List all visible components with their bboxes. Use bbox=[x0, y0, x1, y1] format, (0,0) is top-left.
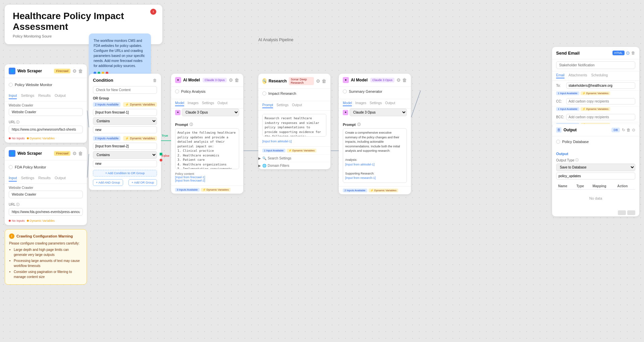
email-delete-icon[interactable]: 🗑 bbox=[631, 51, 635, 55]
research-inputs-badge: 1 Input Available bbox=[262, 149, 285, 152]
ai-model2-model-select[interactable]: Claude 3 Opus bbox=[350, 109, 407, 116]
ai-model1-actions[interactable]: ⚙ 🗑 bbox=[229, 77, 239, 83]
research-tab-output[interactable]: Output bbox=[292, 103, 302, 108]
scraper2-tab-output[interactable]: Output bbox=[55, 176, 66, 182]
output-no-data: No data bbox=[556, 190, 635, 207]
warning-item-2: Processing large amounts of text may cau… bbox=[14, 258, 83, 268]
ai-model2-radio-label: Summary Generator bbox=[349, 89, 382, 93]
output-toggle-icon[interactable]: ⊙ bbox=[632, 128, 635, 132]
ai-model1-delete-icon[interactable]: 🗑 bbox=[234, 77, 239, 83]
ai-model2-tab-images[interactable]: Images bbox=[355, 101, 366, 106]
ai-model2-tab-settings[interactable]: Settings bbox=[370, 101, 382, 106]
scraper2-url-label: URL ⓘ bbox=[9, 202, 83, 207]
condition-delete-icon[interactable]: 🗑 bbox=[153, 78, 157, 83]
research-tab-prompt[interactable]: Prompt bbox=[262, 103, 273, 108]
scraper2-delete-icon[interactable]: 🗑 bbox=[78, 151, 83, 156]
scraper1-crawler-select[interactable]: Website Crawler bbox=[9, 108, 83, 116]
condition-panel: Condition 🗑 Check for New Content OR Gro… bbox=[89, 74, 161, 190]
ai-model2-inputs-row: 2 Inputs Available ⚡ Dynamic Variables bbox=[339, 186, 411, 194]
ai-model1-settings-icon[interactable]: ⚙ bbox=[229, 77, 233, 83]
scraper1-settings-icon[interactable]: ⚙ bbox=[72, 68, 77, 74]
condition-group1-text[interactable] bbox=[93, 126, 157, 133]
output-scroll-controls[interactable] bbox=[552, 209, 639, 216]
email-toggle[interactable]: ⊙ bbox=[626, 50, 630, 56]
scraper2-tab-input[interactable]: Input bbox=[9, 176, 17, 182]
ai-model1-model-select[interactable]: Claude 3 Opus bbox=[182, 109, 239, 116]
email-tab-email[interactable]: Email bbox=[556, 73, 565, 78]
email-tab-scheduling[interactable]: Scheduling bbox=[591, 73, 608, 78]
pipeline-label: AI Analysis Pipeline bbox=[258, 38, 293, 42]
email-to-available-badge: 1 Input Available bbox=[556, 91, 579, 95]
research-domain-filters[interactable]: ▶ 🌐 Domain Filters bbox=[258, 162, 330, 169]
scraper1-tab-settings[interactable]: Settings bbox=[21, 93, 34, 99]
condition-title: Condition bbox=[93, 78, 113, 83]
condition-group1-select[interactable]: Contains bbox=[93, 117, 157, 125]
ai-model1-header: ✦ AI Model Claude 3 Opus ⚙ 🗑 bbox=[171, 74, 243, 87]
scraper1-tab-input[interactable]: Input bbox=[9, 93, 17, 99]
add-and-btn[interactable]: + Add AND Group bbox=[93, 179, 123, 186]
scraper2-actions[interactable]: ⚙ 🗑 bbox=[72, 151, 83, 156]
output-header: 🗄 Output DB ↻ 🗑 ⊙ bbox=[552, 124, 639, 136]
ai-model2-ai-icon: ✦ bbox=[343, 110, 348, 115]
output-actions[interactable]: ↻ 🗑 ⊙ bbox=[622, 128, 635, 132]
condition-check-input[interactable]: Check for New Content bbox=[93, 86, 157, 94]
scraper2-url-input[interactable]: https://www.fda.gov/news-events/press-an… bbox=[9, 208, 83, 216]
ai-model1-tab-settings[interactable]: Settings bbox=[202, 101, 214, 106]
research-actions[interactable]: ⚙ 🗑 bbox=[316, 78, 326, 84]
send-email-panel: Send Email HTML ⊙ 🗑 Email Attachments Sc… bbox=[552, 47, 639, 128]
email-to-label: To: bbox=[556, 84, 564, 87]
email-subject-input[interactable] bbox=[556, 61, 635, 69]
scraper2-settings-icon[interactable]: ⚙ bbox=[72, 151, 77, 156]
scroll-right-btn[interactable] bbox=[627, 210, 635, 215]
scraper1-delete-icon[interactable]: 🗑 bbox=[78, 68, 83, 74]
scraper1-url-input[interactable]: https://www.cms.gov/newsroom/fact-sheets bbox=[9, 126, 83, 133]
ai-model2-analysis-link: [Input from aiModel-1] bbox=[345, 163, 375, 166]
group2-inputs-badge: 2 Inputs Available bbox=[93, 136, 120, 141]
scraper2-tab-settings[interactable]: Settings bbox=[21, 176, 34, 182]
email-tab-attachments[interactable]: Attachments bbox=[569, 73, 587, 78]
output-delete-icon[interactable]: 🗑 bbox=[627, 128, 631, 132]
condition-group2-select[interactable]: Contains bbox=[93, 151, 157, 159]
output-name-input[interactable] bbox=[556, 173, 635, 180]
research-delete-icon[interactable]: 🗑 bbox=[322, 78, 326, 84]
ai-model1-ai-icon: ✦ bbox=[175, 110, 180, 115]
email-cc-input[interactable] bbox=[566, 98, 635, 105]
research-tab-settings[interactable]: Settings bbox=[276, 103, 288, 108]
ai-model2-settings-icon[interactable]: ⚙ bbox=[396, 77, 401, 83]
scraper1-tab-results[interactable]: Results bbox=[38, 93, 51, 99]
output-refresh-icon[interactable]: ↻ bbox=[622, 128, 625, 132]
research-prompt-textarea[interactable]: Research recent healthcare industry resp… bbox=[262, 114, 326, 137]
output-type-select[interactable]: Save to Database bbox=[556, 163, 635, 171]
research-settings-icon[interactable]: ⚙ bbox=[316, 78, 320, 84]
ai-model1-prompt-textarea[interactable]: Analyze the following healthcare policy … bbox=[175, 128, 239, 169]
add-condition-btn[interactable]: + Add Condition to OR Group bbox=[93, 170, 157, 177]
scraper1-header: 🌐 Web Scraper Firecrawl ⚙ 🗑 bbox=[5, 64, 87, 78]
scraper2-crawler-select[interactable]: Website Crawler bbox=[9, 191, 83, 198]
email-to-input[interactable] bbox=[566, 82, 635, 89]
ai-model1-tab-images[interactable]: Images bbox=[187, 101, 199, 106]
scraper1-tab-output[interactable]: Output bbox=[55, 93, 66, 99]
ai-model2-actions[interactable]: ⚙ 🗑 bbox=[396, 77, 407, 83]
ai-model1-tab-model[interactable]: Model bbox=[175, 101, 184, 106]
ai-model1-title: AI Model bbox=[183, 78, 201, 82]
web-scraper-2: 🌐 Web Scraper Firecrawl ⚙ 🗑 FDA Policy M… bbox=[5, 147, 87, 225]
ai-model2-delete-icon[interactable]: 🗑 bbox=[402, 77, 407, 83]
email-bcc-input[interactable] bbox=[566, 114, 635, 120]
scraper1-actions[interactable]: ⚙ 🗑 bbox=[72, 68, 83, 74]
ai-model1-tab-output[interactable]: Output bbox=[217, 101, 227, 106]
scroll-left-btn[interactable] bbox=[618, 210, 626, 215]
condition-group2-input[interactable] bbox=[93, 143, 157, 150]
ai-model2-tab-output[interactable]: Output bbox=[385, 101, 395, 106]
ai-model2-body: Prompt ⓘ Create a comprehensive executiv… bbox=[339, 119, 411, 186]
false-label: False bbox=[162, 154, 169, 157]
ai-model2-tab-model[interactable]: Model bbox=[343, 101, 352, 106]
condition-group1-input[interactable] bbox=[93, 109, 157, 116]
scraper2-tab-results[interactable]: Results bbox=[38, 176, 51, 182]
research-search-settings[interactable]: ▶ 🔍 Search Settings bbox=[258, 154, 330, 162]
add-or-btn[interactable]: + Add OR Group bbox=[128, 179, 157, 186]
false-dot bbox=[160, 159, 162, 161]
condition-group2-text[interactable] bbox=[93, 160, 157, 167]
ai-model2-title: AI Model bbox=[351, 78, 368, 82]
ai-model1-inputs-row: 3 Inputs Available ⚡ Dynamic Variables bbox=[171, 186, 243, 194]
output-body: Policy Database bbox=[552, 136, 639, 150]
